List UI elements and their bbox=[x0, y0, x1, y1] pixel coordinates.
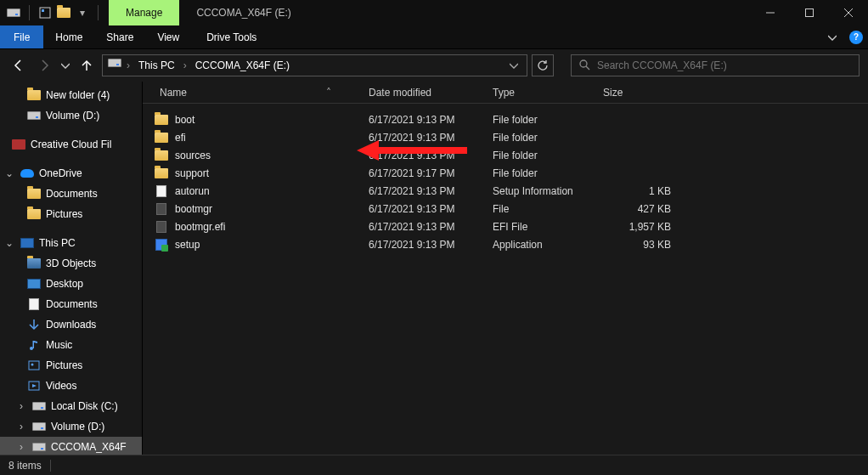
search-input[interactable] bbox=[597, 59, 852, 71]
onedrive-icon bbox=[20, 167, 34, 180]
address-dropdown-icon[interactable] bbox=[506, 61, 521, 70]
file-row[interactable]: support6/17/2021 9:17 PMFile folder bbox=[143, 164, 868, 182]
chevron-right-icon[interactable]: › bbox=[17, 441, 25, 453]
navigation-tree[interactable]: New folder (4) Volume (D:) Creative Clou… bbox=[0, 82, 143, 455]
close-button[interactable] bbox=[829, 0, 868, 25]
chevron-down-icon[interactable]: ⌄ bbox=[5, 237, 14, 249]
properties-icon[interactable] bbox=[38, 6, 52, 20]
column-name[interactable]: Name˄ bbox=[151, 87, 360, 99]
tree-item-thispc[interactable]: ⌄This PC bbox=[0, 233, 142, 253]
ribbon-file-tab[interactable]: File bbox=[0, 25, 43, 48]
file-row[interactable]: autorun6/17/2021 9:13 PMSetup Informatio… bbox=[143, 182, 868, 200]
ribbon-share-tab[interactable]: Share bbox=[94, 25, 145, 48]
svg-rect-3 bbox=[806, 9, 814, 17]
tree-item-music[interactable]: Music bbox=[0, 335, 142, 355]
file-date: 6/17/2021 9:13 PM bbox=[360, 221, 484, 233]
svg-rect-1 bbox=[42, 9, 44, 12]
tree-item-pictures2[interactable]: Pictures bbox=[0, 355, 142, 376]
folder-icon[interactable] bbox=[57, 6, 70, 20]
tree-item-onedrive[interactable]: ⌄OneDrive bbox=[0, 163, 142, 184]
drive-icon bbox=[32, 440, 46, 454]
ribbon-context-tab[interactable]: Manage bbox=[109, 0, 179, 25]
tree-item-volume-d[interactable]: Volume (D:) bbox=[0, 105, 142, 126]
qat-dropdown-icon[interactable]: ▾ bbox=[76, 6, 89, 20]
music-icon bbox=[27, 338, 41, 352]
chevron-right-icon[interactable]: › bbox=[17, 421, 25, 433]
tree-item-3dobjects[interactable]: 3D Objects bbox=[0, 253, 142, 274]
file-name: sources bbox=[175, 150, 211, 161]
folder-icon bbox=[155, 113, 168, 127]
file-type: File bbox=[484, 203, 595, 215]
file-row[interactable]: setup6/17/2021 9:13 PMApplication93 KB bbox=[143, 235, 868, 253]
drive-icon bbox=[27, 109, 41, 122]
separator bbox=[29, 5, 30, 20]
help-button[interactable]: ? bbox=[844, 25, 868, 48]
column-headers[interactable]: Name˄ Date modified Type Size bbox=[143, 82, 868, 104]
tree-item-downloads[interactable]: Downloads bbox=[0, 314, 142, 335]
chevron-right-icon[interactable]: › bbox=[127, 59, 130, 71]
tree-label: 3D Objects bbox=[46, 257, 96, 269]
breadcrumb-root[interactable]: This PC bbox=[135, 59, 178, 71]
tree-label: Volume (D:) bbox=[51, 421, 104, 433]
tree-item-cccoma[interactable]: ›CCCOMA_X64F bbox=[0, 437, 142, 455]
tree-item-documents[interactable]: Documents bbox=[0, 184, 142, 204]
tree-item-localdisk-c[interactable]: ›Local Disk (C:) bbox=[0, 396, 142, 416]
file-row[interactable]: sources6/17/2021 9:13 PMFile folder bbox=[143, 146, 868, 164]
status-item-count: 8 items bbox=[8, 460, 42, 472]
folder-icon bbox=[155, 167, 168, 180]
column-type[interactable]: Type bbox=[484, 87, 595, 99]
svg-point-10 bbox=[30, 347, 33, 350]
chevron-right-icon[interactable]: › bbox=[17, 400, 25, 412]
tree-item-videos[interactable]: Videos bbox=[0, 376, 142, 396]
file-list[interactable]: boot6/17/2021 9:13 PMFile folderefi6/17/… bbox=[143, 104, 868, 253]
tree-item-volume-d2[interactable]: ›Volume (D:) bbox=[0, 416, 142, 437]
ribbon-drivetools-tab[interactable]: Drive Tools bbox=[194, 25, 268, 48]
file-type: File folder bbox=[484, 167, 595, 179]
file-date: 6/17/2021 9:13 PM bbox=[360, 239, 484, 251]
ribbon-view-tab[interactable]: View bbox=[145, 25, 191, 48]
file-row[interactable]: efi6/17/2021 9:13 PMFile folder bbox=[143, 128, 868, 146]
nav-back-button[interactable] bbox=[8, 55, 29, 76]
ribbon-expand-button[interactable] bbox=[820, 25, 844, 48]
tree-label: Downloads bbox=[46, 319, 96, 331]
file-row[interactable]: bootmgr.efi6/17/2021 9:13 PMEFI File1,95… bbox=[143, 218, 868, 235]
tree-item-documents2[interactable]: Documents bbox=[0, 294, 142, 314]
chevron-down-icon[interactable]: ⌄ bbox=[5, 167, 14, 179]
column-date[interactable]: Date modified bbox=[360, 87, 484, 99]
search-icon bbox=[578, 59, 590, 73]
svg-rect-0 bbox=[40, 8, 50, 18]
nav-forward-button[interactable] bbox=[34, 55, 54, 76]
nav-up-button[interactable] bbox=[76, 55, 97, 76]
column-size[interactable]: Size bbox=[595, 87, 679, 99]
svg-rect-11 bbox=[33, 341, 35, 348]
tree-item-pictures[interactable]: Pictures bbox=[0, 204, 142, 224]
tree-item-newfolder[interactable]: New folder (4) bbox=[0, 85, 142, 105]
file-row[interactable]: boot6/17/2021 9:13 PMFile folder bbox=[143, 110, 868, 128]
tree-item-creativecloud[interactable]: Creative Cloud Fil bbox=[0, 134, 142, 155]
breadcrumb-current[interactable]: CCCOMA_X64F (E:) bbox=[192, 59, 293, 71]
tree-label: Pictures bbox=[46, 359, 82, 371]
chevron-right-icon[interactable]: › bbox=[183, 59, 187, 71]
file-date: 6/17/2021 9:13 PM bbox=[360, 185, 484, 197]
window-title: CCCOMA_X64F (E:) bbox=[179, 0, 751, 25]
search-box[interactable] bbox=[571, 54, 860, 76]
file-date: 6/17/2021 9:13 PM bbox=[360, 132, 484, 144]
tree-item-desktop[interactable]: Desktop bbox=[0, 274, 142, 294]
maximize-button[interactable] bbox=[790, 0, 829, 25]
nav-recent-dropdown[interactable] bbox=[59, 55, 71, 76]
desktop-icon bbox=[27, 277, 41, 291]
file-row[interactable]: bootmgr6/17/2021 9:13 PMFile427 KB bbox=[143, 200, 868, 218]
downloads-icon bbox=[27, 318, 41, 331]
file-date: 6/17/2021 9:13 PM bbox=[360, 203, 484, 215]
file-type: File folder bbox=[484, 132, 595, 144]
folder-icon bbox=[155, 149, 168, 162]
refresh-button[interactable] bbox=[532, 54, 554, 76]
file-type: Application bbox=[484, 239, 595, 251]
minimize-button[interactable] bbox=[751, 0, 790, 25]
separator bbox=[50, 460, 51, 472]
address-bar[interactable]: › This PC › CCCOMA_X64F (E:) bbox=[102, 54, 527, 76]
svg-line-8 bbox=[586, 66, 589, 70]
file-date: 6/17/2021 9:13 PM bbox=[360, 114, 484, 126]
ribbon-home-tab[interactable]: Home bbox=[43, 25, 94, 48]
tree-label: Documents bbox=[46, 298, 98, 310]
